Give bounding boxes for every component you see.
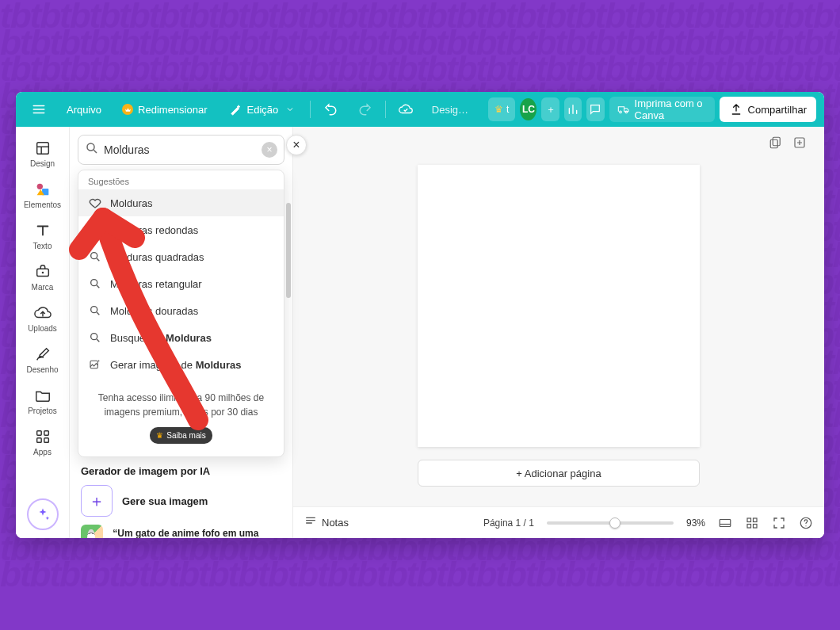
rail-draw[interactable]: Desenho: [21, 341, 65, 379]
promo-text: Tenha acesso ilimitado a 90 milhões de i…: [93, 391, 269, 419]
search-icon: [88, 304, 102, 318]
grid-view-button[interactable]: [718, 516, 732, 530]
suggest-item[interactable]: Molduras douradas: [78, 297, 284, 324]
duplicate-page-button[interactable]: [769, 136, 783, 150]
gen-bold: Molduras: [196, 359, 242, 371]
x-icon: ×: [266, 144, 272, 155]
pager: Página 1 / 1: [483, 517, 534, 529]
suggest-generate[interactable]: Gerar imagens de Molduras: [78, 351, 284, 378]
notes-label: Notas: [322, 517, 349, 529]
add-page-button[interactable]: + Adicionar página: [418, 460, 700, 487]
zoom-slider[interactable]: [547, 521, 674, 525]
upload-icon: [729, 102, 743, 116]
undo-button[interactable]: [315, 97, 346, 122]
rail-projects[interactable]: Projetos: [21, 382, 65, 420]
close-panel-button[interactable]: ×: [286, 135, 307, 155]
divider: [310, 101, 311, 118]
redo-button[interactable]: [350, 97, 380, 122]
cloud-sync-button[interactable]: [391, 97, 421, 122]
svg-rect-20: [747, 518, 751, 522]
edit-menu[interactable]: Edição: [220, 97, 306, 122]
notes-button[interactable]: Notas: [304, 515, 349, 530]
canvas-area: + Adicionar página Notas Página 1 / 1 93…: [293, 127, 824, 538]
rail-label: Uploads: [28, 324, 57, 333]
undo-icon: [323, 102, 338, 116]
svg-rect-5: [36, 431, 41, 436]
chevron-down-icon: [283, 102, 297, 116]
search-icon: [88, 250, 102, 264]
search-input[interactable]: [104, 143, 257, 156]
suggest-item[interactable]: Molduras retangular: [78, 270, 284, 297]
svg-rect-19: [720, 519, 731, 526]
rail-label: Texto: [33, 242, 52, 250]
avatar[interactable]: LC: [520, 98, 536, 120]
comment-button[interactable]: [586, 97, 604, 121]
rail-text[interactable]: Texto: [21, 217, 65, 255]
svg-point-9: [87, 143, 94, 151]
add-page-icon-button[interactable]: [792, 136, 807, 150]
suggest-prefix: Busque por: [110, 332, 166, 344]
generate-button[interactable]: ＋: [81, 485, 113, 517]
rail-design[interactable]: Design: [21, 135, 65, 173]
clear-search-button[interactable]: ×: [262, 142, 277, 158]
fullscreen-button[interactable]: [772, 516, 786, 530]
crown-icon: [122, 104, 133, 115]
notes-icon: [304, 515, 317, 530]
share-label: Compartilhar: [748, 104, 807, 116]
analytics-button[interactable]: [564, 97, 582, 121]
rail-brand[interactable]: Marca: [21, 258, 65, 296]
rail-elements[interactable]: Elementos: [21, 176, 65, 214]
promo-cta[interactable]: ♛ Saiba mais: [150, 427, 212, 444]
print-button[interactable]: Imprima com o Canva: [609, 97, 715, 122]
rail-label: Apps: [33, 448, 52, 456]
rail-apps[interactable]: Apps: [21, 423, 65, 461]
rail-label: Desenho: [26, 365, 58, 374]
svg-rect-17: [770, 139, 777, 148]
folder-icon: [34, 387, 52, 404]
scrollbar[interactable]: [286, 203, 291, 298]
svg-rect-7: [36, 438, 41, 443]
magic-button[interactable]: [27, 498, 59, 530]
canvas-toolbar: [293, 127, 824, 158]
svg-point-14: [91, 334, 97, 340]
thumbnail-view-button[interactable]: [745, 516, 759, 530]
plus-icon: ＋: [89, 491, 105, 512]
suggest-item[interactable]: Molduras redondas: [78, 216, 284, 243]
file-menu[interactable]: Arquivo: [59, 97, 109, 122]
slider-thumb[interactable]: [609, 517, 620, 529]
try-pro-button[interactable]: ♛ t: [488, 97, 515, 121]
print-label: Imprima com o Canva: [635, 97, 707, 121]
rail-uploads[interactable]: Uploads: [21, 300, 65, 338]
add-member-button[interactable]: ＋: [541, 97, 559, 121]
canvas-page[interactable]: [418, 165, 700, 447]
help-button[interactable]: [799, 516, 813, 530]
file-label: Arquivo: [67, 104, 101, 116]
svg-rect-6: [44, 431, 48, 436]
sample-prompt[interactable]: “Um gato de anime fofo em uma floresta c…: [81, 525, 281, 538]
divider: [385, 101, 386, 118]
share-button[interactable]: Compartilhar: [720, 97, 816, 122]
search-box[interactable]: ×: [78, 135, 284, 165]
svg-point-13: [91, 307, 97, 313]
suggest-label: Molduras: [110, 197, 152, 209]
search-icon: [85, 141, 99, 158]
svg-rect-22: [747, 524, 751, 528]
topbar: Arquivo Redimensionar Edição Design se..…: [16, 92, 824, 127]
suggest-label: Molduras retangular: [110, 278, 202, 290]
resize-button[interactable]: Redimensionar: [114, 97, 215, 122]
hamburger-icon: [32, 102, 46, 116]
svg-point-10: [91, 226, 97, 232]
zoom-value: 93%: [686, 517, 705, 529]
suggest-label: Molduras quadradas: [110, 251, 204, 263]
rail-label: Design: [30, 159, 55, 168]
search-icon: [88, 223, 102, 237]
svg-point-11: [91, 253, 97, 259]
image-sparkle-icon: [88, 357, 102, 372]
suggest-item[interactable]: Molduras quadradas: [78, 243, 284, 270]
gen-prefix: Gerar imagens de: [110, 359, 196, 371]
suggest-search-all[interactable]: Busque por Molduras: [78, 324, 284, 351]
apps-icon: [34, 428, 52, 445]
design-name[interactable]: Design se...: [426, 104, 479, 116]
suggest-item[interactable]: Molduras: [78, 189, 284, 216]
menu-button[interactable]: [24, 97, 54, 122]
